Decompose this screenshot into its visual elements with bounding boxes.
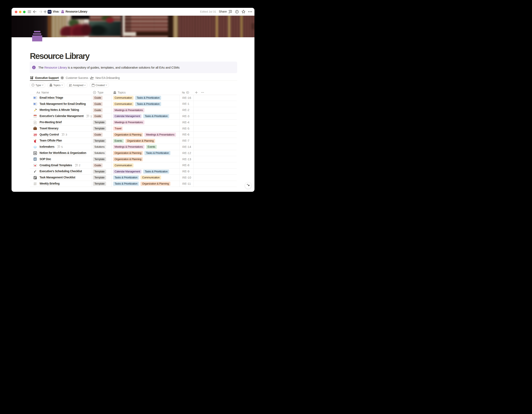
svg-text:E: E: [34, 103, 35, 105]
svg-text:100: 100: [33, 133, 37, 136]
svg-text:E: E: [34, 97, 35, 98]
